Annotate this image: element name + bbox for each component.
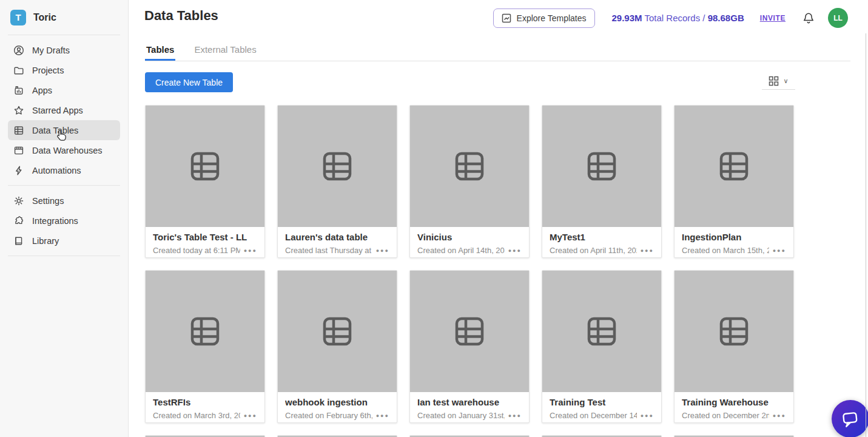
sidebar-item-label: Library <box>32 236 59 246</box>
card-title: IngestionPlan <box>682 232 786 242</box>
grid-view-icon <box>769 76 779 86</box>
user-icon <box>13 45 24 56</box>
table-icon <box>586 316 617 347</box>
folder-icon <box>13 65 24 76</box>
explore-templates-label: Explore Templates <box>517 13 587 23</box>
card-title: webhook ingestion <box>285 397 389 407</box>
chat-bubble-icon <box>841 409 860 429</box>
card-created-date: Created today at 6:11 PM <box>153 246 240 255</box>
card-menu-button[interactable]: ●●● <box>637 248 654 254</box>
card-menu-button[interactable]: ●●● <box>769 413 786 419</box>
card-menu-button[interactable]: ●●● <box>240 413 257 419</box>
sidebar-item-settings[interactable]: Settings <box>8 191 120 211</box>
sidebar-item-starred-apps[interactable]: Starred Apps <box>8 100 120 120</box>
table-card[interactable]: TestRFIs Created on March 3rd, 2023 ●●● <box>145 270 265 423</box>
explore-templates-button[interactable]: Explore Templates <box>493 8 595 28</box>
table-preview <box>542 106 661 227</box>
apps-icon <box>13 85 24 96</box>
card-menu-button[interactable]: ●●● <box>637 413 654 419</box>
lightning-icon <box>13 165 24 176</box>
table-card[interactable]: webhook ingestion Created on February 6t… <box>277 270 397 423</box>
table-icon <box>189 151 221 182</box>
total-records-label: Total Records / <box>642 13 708 23</box>
card-info: Toric's Table Test - LL Created today at… <box>146 227 264 255</box>
table-card-grid: Toric's Table Test - LL Created today at… <box>145 105 794 437</box>
card-info: Lauren's data table Created last Thursda… <box>278 227 397 255</box>
table-preview <box>675 271 793 392</box>
table-preview <box>410 271 529 392</box>
sidebar-item-label: Apps <box>32 86 52 95</box>
card-menu-button[interactable]: ●●● <box>372 248 389 254</box>
header-actions: Explore Templates 29.93M Total Records /… <box>493 8 848 28</box>
brand[interactable]: T Toric <box>0 0 128 35</box>
create-new-table-button[interactable]: Create New Table <box>145 72 233 92</box>
card-title: Vinicius <box>417 232 522 242</box>
divider <box>8 256 120 256</box>
table-icon <box>13 125 24 136</box>
table-icon <box>189 316 221 347</box>
table-preview <box>278 271 397 392</box>
table-card[interactable]: Lauren's data table Created last Thursda… <box>277 105 397 258</box>
sidebar-item-label: Integrations <box>32 216 78 226</box>
card-title: Ian test warehouse <box>417 397 522 407</box>
sidebar: T Toric My Drafts Projects Apps Starred … <box>0 0 129 437</box>
card-menu-button[interactable]: ●●● <box>372 413 389 419</box>
table-preview <box>278 106 397 227</box>
card-info: Training Warehouse Created on December 2… <box>675 392 793 420</box>
table-card[interactable]: Toric's Table Test - LL Created today at… <box>145 105 265 258</box>
card-created-date: Created on April 11th, 2023 <box>550 246 637 255</box>
template-chart-icon <box>502 13 511 23</box>
card-info: webhook ingestion Created on February 6t… <box>278 392 397 420</box>
table-card[interactable]: Training Test Created on December 14th, … <box>542 270 662 423</box>
sidebar-item-automations[interactable]: Automations <box>8 160 120 180</box>
card-title: Training Test <box>550 397 654 407</box>
table-preview <box>410 106 529 227</box>
card-title: Lauren's data table <box>285 232 389 242</box>
sidebar-nav-main: My Drafts Projects Apps Starred Apps Dat… <box>0 35 128 185</box>
tab-external-tables[interactable]: External Tables <box>193 42 257 61</box>
book-icon <box>13 235 24 246</box>
sidebar-item-label: Starred Apps <box>32 106 83 115</box>
sidebar-item-my-drafts[interactable]: My Drafts <box>8 40 120 60</box>
puzzle-icon <box>13 215 24 226</box>
sidebar-item-library[interactable]: Library <box>8 231 120 251</box>
card-title: TestRFIs <box>153 397 257 407</box>
card-menu-button[interactable]: ●●● <box>769 248 786 254</box>
table-icon <box>454 316 485 347</box>
table-card[interactable]: MyTest1 Created on April 11th, 2023 ●●● <box>542 105 662 258</box>
invite-link[interactable]: INVITE <box>760 14 786 22</box>
card-created-date: Created on March 15th, 2023 <box>682 246 769 255</box>
bell-icon <box>802 12 815 25</box>
table-card[interactable]: Training Warehouse Created on December 2… <box>674 270 794 423</box>
card-created-date: Created on April 14th, 2023 <box>417 246 505 255</box>
brand-name: Toric <box>33 12 56 23</box>
table-card[interactable]: IngestionPlan Created on March 15th, 202… <box>674 105 794 258</box>
tab-tables[interactable]: Tables <box>145 42 175 61</box>
card-created-date: Created on March 3rd, 2023 <box>153 411 240 420</box>
chat-fab-button[interactable] <box>832 400 868 437</box>
table-card[interactable]: Vinicius Created on April 14th, 2023 ●●● <box>409 105 530 258</box>
sidebar-item-projects[interactable]: Projects <box>8 60 120 80</box>
tab-bar: Tables External Tables <box>145 42 850 61</box>
sidebar-item-label: Settings <box>32 196 64 206</box>
card-menu-button[interactable]: ●●● <box>505 413 522 419</box>
scrollbar[interactable] <box>866 33 866 437</box>
table-icon <box>586 151 617 182</box>
sidebar-item-apps[interactable]: Apps <box>8 80 120 100</box>
sidebar-item-label: Data Tables <box>32 126 78 135</box>
table-icon <box>718 316 750 347</box>
sidebar-item-data-warehouses[interactable]: Data Warehouses <box>8 140 120 160</box>
avatar[interactable]: LL <box>828 8 848 28</box>
notifications-button[interactable] <box>802 12 815 25</box>
card-title: Toric's Table Test - LL <box>153 232 257 242</box>
card-menu-button[interactable]: ●●● <box>505 248 522 254</box>
table-card[interactable]: Ian test warehouse Created on January 31… <box>409 270 530 423</box>
view-mode-dropdown[interactable]: ∨ <box>762 73 795 90</box>
sidebar-item-integrations[interactable]: Integrations <box>8 211 120 231</box>
card-menu-button[interactable]: ●●● <box>240 248 257 254</box>
sidebar-item-data-tables[interactable]: Data Tables <box>8 120 120 140</box>
table-preview <box>542 271 661 392</box>
card-info: Training Test Created on December 14th, … <box>542 392 661 420</box>
star-icon <box>13 105 24 116</box>
table-icon <box>321 151 353 182</box>
